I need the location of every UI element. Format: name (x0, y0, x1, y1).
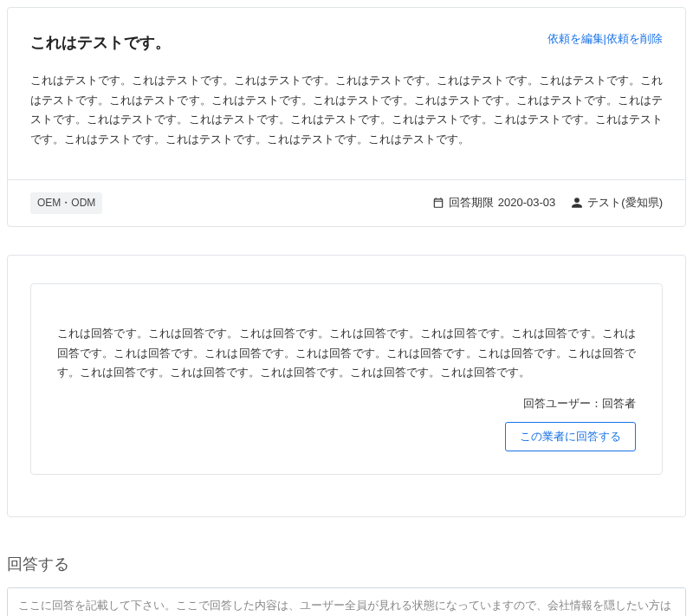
request-meta: OEM・ODM 回答期限 2020-03-03 テスト(愛知県) (8, 180, 685, 226)
user-label: テスト(愛知県) (587, 194, 663, 212)
category-tag: OEM・ODM (30, 192, 102, 214)
edit-request-link[interactable]: 依頼を編集 (547, 32, 604, 45)
delete-request-link[interactable]: 依頼を削除 (606, 32, 663, 45)
reply-to-vendor-button[interactable]: この業者に回答する (505, 422, 636, 451)
reply-section: 回答する 送信 (7, 552, 686, 616)
calendar-icon (432, 197, 444, 209)
request-card: これはテストです。 依頼を編集|依頼を削除 これはテストです。これはテストです。… (7, 7, 686, 227)
request-actions: 依頼を編集|依頼を削除 (547, 30, 663, 49)
request-title: これはテストです。 (30, 30, 171, 55)
reply-textarea[interactable] (7, 587, 686, 616)
request-body: これはテストです。これはテストです。これはテストです。これはテストです。これはテ… (30, 71, 663, 150)
request-header: これはテストです。 依頼を編集|依頼を削除 (30, 30, 663, 55)
deadline-label: 回答期限 (449, 194, 494, 212)
answer-body: これは回答です。これは回答です。これは回答です。これは回答です。これは回答です。… (57, 324, 636, 383)
deadline-meta: 回答期限 2020-03-03 (432, 194, 556, 212)
answers-card: これは回答です。これは回答です。これは回答です。これは回答です。これは回答です。… (7, 255, 686, 517)
answer-item: これは回答です。これは回答です。これは回答です。これは回答です。これは回答です。… (30, 283, 663, 475)
reply-heading: 回答する (7, 552, 686, 577)
deadline-value: 2020-03-03 (498, 194, 556, 212)
user-meta: テスト(愛知県) (571, 194, 663, 212)
user-icon (571, 197, 583, 209)
answer-user-label: 回答ユーザー：回答者 (57, 395, 636, 413)
